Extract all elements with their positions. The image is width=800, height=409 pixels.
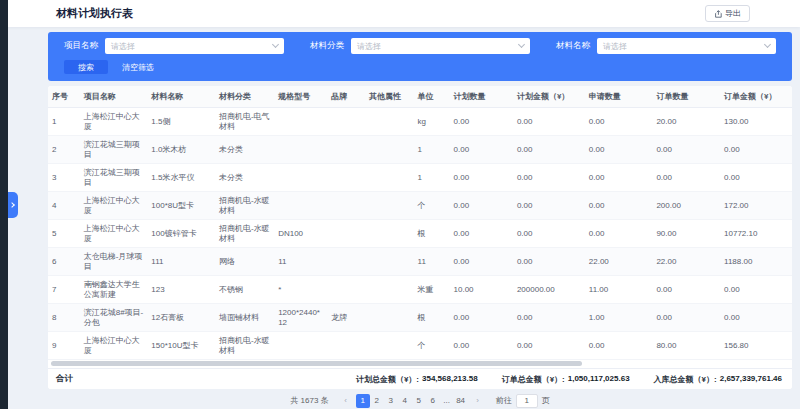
filter-select[interactable]: 请选择 xyxy=(597,38,776,54)
table-cell: 10.00 xyxy=(450,276,513,304)
scrollbar-thumb[interactable] xyxy=(51,361,582,366)
filter-label: 项目名称 xyxy=(64,40,98,52)
filter-group: 项目名称请选择 xyxy=(64,38,284,54)
prev-page-button[interactable]: ‹ xyxy=(339,394,353,408)
page-title: 材料计划执行表 xyxy=(56,6,133,21)
table-cell xyxy=(274,192,327,220)
table-cell xyxy=(327,332,365,360)
table-cell: 1.0米木枋 xyxy=(147,136,215,164)
column-header: 材料名称 xyxy=(147,86,215,108)
page-button[interactable]: 1 xyxy=(356,394,370,408)
table-cell: 滨江花城三期项目 xyxy=(80,136,148,164)
column-header: 品牌 xyxy=(327,86,365,108)
page-button[interactable]: 84 xyxy=(454,394,468,408)
table-cell: 1 xyxy=(414,164,450,192)
page-button[interactable]: 3 xyxy=(384,394,398,408)
filter-actions: 搜索 清空筛选 xyxy=(64,60,776,74)
next-page-button[interactable]: › xyxy=(471,394,485,408)
table-cell: 0.00 xyxy=(652,276,720,304)
data-table-card: 序号项目名称材料名称材料分类规格型号品牌其他属性单位计划数量计划金额（¥）申请数… xyxy=(48,86,792,389)
collapsed-sidebar xyxy=(0,0,8,409)
table-cell: 墙面铺材料 xyxy=(215,304,274,332)
table-cell: 0.00 xyxy=(720,304,792,332)
table-row[interactable]: 6太仓电梯-月球项目111网络11110.000.0022.0022.00118… xyxy=(48,248,792,276)
column-header: 单位 xyxy=(414,86,450,108)
column-header: 计划金额（¥） xyxy=(513,86,585,108)
chevron-right-icon xyxy=(9,202,15,208)
table-row[interactable]: 5上海松江中心大厦100镀锌管卡招商机电-水暖材料DN100根0.000.000… xyxy=(48,220,792,248)
table-cell xyxy=(365,248,414,276)
table-row[interactable]: 8滨江花城8#项目-分包12石膏板墙面铺材料1200*2440*12龙牌根0.0… xyxy=(48,304,792,332)
sidebar-expand-handle[interactable] xyxy=(8,192,18,218)
table-cell: 0.00 xyxy=(720,276,792,304)
table-cell xyxy=(274,332,327,360)
table-cell: 个 xyxy=(414,192,450,220)
table-row[interactable]: 9上海松江中心大厦150*10U型卡招商机电-水暖材料个0.000.000.00… xyxy=(48,332,792,360)
table-cell: 0.00 xyxy=(720,164,792,192)
table-cell xyxy=(274,164,327,192)
clear-filters-button[interactable]: 清空筛选 xyxy=(122,62,154,73)
table-cell: 11 xyxy=(274,248,327,276)
table-cell xyxy=(365,136,414,164)
table-cell: 156.80 xyxy=(720,332,792,360)
table-cell xyxy=(327,136,365,164)
table-cell: kg xyxy=(414,108,450,136)
table-cell: 1 xyxy=(414,136,450,164)
table-cell xyxy=(365,192,414,220)
filter-row: 项目名称请选择材料分类请选择材料名称请选择 xyxy=(64,38,776,54)
page-button[interactable]: 5 xyxy=(412,394,426,408)
table-row[interactable]: 7南钢鑫达大学生公寓新建123不锈钢*米重10.00200000.0011.00… xyxy=(48,276,792,304)
table-cell xyxy=(327,276,365,304)
search-button[interactable]: 搜索 xyxy=(64,60,108,74)
goto-prefix-label: 前往 xyxy=(496,395,512,406)
page-button[interactable]: 2 xyxy=(370,394,384,408)
goto-page-input[interactable] xyxy=(516,394,538,408)
table-cell: 龙牌 xyxy=(327,304,365,332)
table-cell: 太仓电梯-月球项目 xyxy=(80,248,148,276)
filter-select[interactable]: 请选择 xyxy=(105,38,284,54)
table-cell: 个 xyxy=(414,332,450,360)
table-cell: 0.00 xyxy=(513,248,585,276)
summary-item: 入库总金额（¥）:2,657,339,761.46 xyxy=(654,374,782,385)
table-cell: 南钢鑫达大学生公寓新建 xyxy=(80,276,148,304)
page-button[interactable]: 6 xyxy=(426,394,440,408)
pagination-ellipsis[interactable]: ... xyxy=(440,394,454,408)
table-cell: 200000.00 xyxy=(513,276,585,304)
table-cell: 0.00 xyxy=(652,304,720,332)
table-cell: 0.00 xyxy=(652,136,720,164)
table-cell: 4 xyxy=(48,192,80,220)
column-header: 订单数量 xyxy=(652,86,720,108)
table-cell: 招商机电-水暖材料 xyxy=(215,332,274,360)
filter-label: 材料名称 xyxy=(556,40,590,52)
column-header: 计划数量 xyxy=(450,86,513,108)
table-row[interactable]: 2滨江花城三期项目1.0米木枋未分类10.000.000.000.000.00 xyxy=(48,136,792,164)
filter-panel: 项目名称请选择材料分类请选择材料名称请选择 搜索 清空筛选 xyxy=(48,32,792,81)
column-header: 规格型号 xyxy=(274,86,327,108)
summary-item: 计划总金额（¥）:354,568,213.58 xyxy=(356,374,478,385)
chevron-down-icon xyxy=(272,41,279,48)
table-cell: 12石膏板 xyxy=(147,304,215,332)
table-cell: 根 xyxy=(414,220,450,248)
table-cell xyxy=(327,220,365,248)
table-row[interactable]: 1上海松江中心大厦1.5侧招商机电-电气材料kg0.000.000.0020.0… xyxy=(48,108,792,136)
main-area: 材料计划执行表 导出 项目名称请选择材料分类请选择材料名称请选择 搜索 清空筛选 xyxy=(8,0,800,409)
export-button[interactable]: 导出 xyxy=(705,5,750,22)
table-cell xyxy=(327,192,365,220)
table-row[interactable]: 3滨江花城三期项目1.5米水平仪未分类10.000.000.000.000.00 xyxy=(48,164,792,192)
horizontal-scrollbar[interactable] xyxy=(48,360,792,368)
table-cell: 0.00 xyxy=(585,332,653,360)
goto-suffix-label: 页 xyxy=(542,395,550,406)
table-cell: 招商机电-电气材料 xyxy=(215,108,274,136)
table-cell: DN100 xyxy=(274,220,327,248)
table-cell: 未分类 xyxy=(215,136,274,164)
filter-select[interactable]: 请选择 xyxy=(351,38,530,54)
table-cell: 172.00 xyxy=(720,192,792,220)
table-cell: 0.00 xyxy=(450,136,513,164)
table-cell: 0.00 xyxy=(585,108,653,136)
table-cell xyxy=(327,248,365,276)
table-cell xyxy=(365,108,414,136)
table-row[interactable]: 4上海松江中心大厦100*8U型卡招商机电-水暖材料个0.000.000.002… xyxy=(48,192,792,220)
summary-label: 入库总金额（¥）: xyxy=(654,374,717,385)
page-button[interactable]: 4 xyxy=(398,394,412,408)
column-header: 材料分类 xyxy=(215,86,274,108)
